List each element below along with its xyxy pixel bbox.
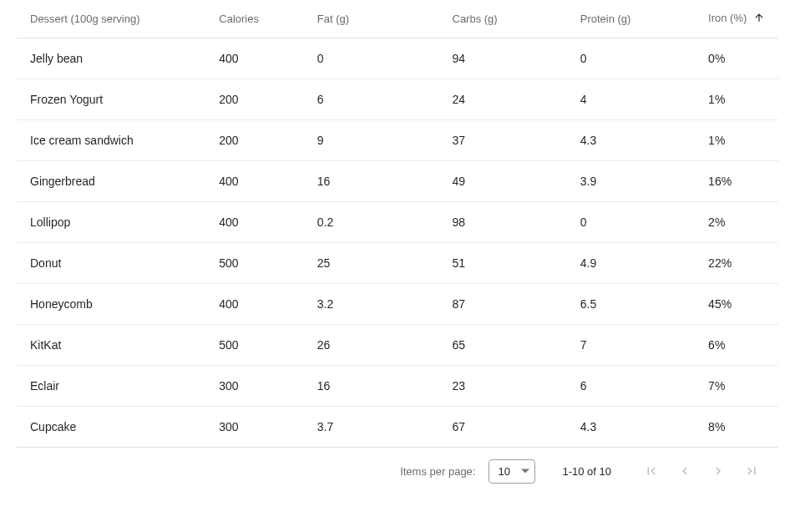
- cell-fat: 0: [304, 38, 439, 79]
- cell-fat: 16: [304, 366, 439, 407]
- col-header-iron[interactable]: Iron (%): [695, 0, 778, 38]
- cell-fat: 26: [304, 325, 439, 366]
- table-header-row: Dessert (100g serving) Calories Fat (g) …: [17, 0, 778, 38]
- cell-calories: 400: [205, 202, 304, 243]
- first-page-button[interactable]: [638, 458, 665, 484]
- col-header-dessert[interactable]: Dessert (100g serving): [17, 0, 205, 38]
- first-page-icon: [644, 464, 659, 479]
- cell-carbs: 87: [439, 284, 567, 325]
- cell-iron: 45%: [695, 284, 778, 325]
- paginator: Items per page: 10 1-10 of 10: [17, 448, 778, 494]
- cell-protein: 0: [567, 38, 695, 79]
- cell-protein: 7: [567, 325, 695, 366]
- table-row: Lollipop4000.29802%: [17, 202, 778, 243]
- cell-iron: 0%: [695, 38, 778, 79]
- cell-dessert: KitKat: [17, 325, 205, 366]
- cell-dessert: Gingerbread: [17, 161, 205, 202]
- chevron-left-icon: [677, 464, 692, 479]
- cell-carbs: 98: [439, 202, 567, 243]
- cell-calories: 500: [205, 325, 304, 366]
- caret-down-icon: [521, 469, 529, 474]
- cell-protein: 4: [567, 79, 695, 120]
- cell-protein: 4.3: [567, 120, 695, 161]
- cell-carbs: 37: [439, 120, 567, 161]
- table-row: Donut50025514.922%: [17, 243, 778, 284]
- cell-dessert: Ice cream sandwich: [17, 120, 205, 161]
- cell-fat: 0.2: [304, 202, 439, 243]
- next-page-button[interactable]: [705, 458, 732, 484]
- cell-calories: 300: [205, 366, 304, 407]
- cell-iron: 8%: [695, 407, 778, 448]
- cell-dessert: Lollipop: [17, 202, 205, 243]
- items-per-page-label: Items per page:: [400, 465, 475, 478]
- range-label: 1-10 of 10: [562, 465, 611, 478]
- table-row: KitKat500266576%: [17, 325, 778, 366]
- cell-dessert: Jelly bean: [17, 38, 205, 79]
- cell-carbs: 23: [439, 366, 567, 407]
- cell-fat: 3.7: [304, 407, 439, 448]
- table-row: Jelly bean40009400%: [17, 38, 778, 79]
- chevron-right-icon: [711, 464, 726, 479]
- table-row: Ice cream sandwich2009374.31%: [17, 120, 778, 161]
- cell-iron: 1%: [695, 120, 778, 161]
- cell-calories: 400: [205, 284, 304, 325]
- cell-iron: 22%: [695, 243, 778, 284]
- cell-protein: 4.3: [567, 407, 695, 448]
- cell-dessert: Cupcake: [17, 407, 205, 448]
- cell-calories: 400: [205, 38, 304, 79]
- table-row: Eclair300162367%: [17, 366, 778, 407]
- cell-dessert: Honeycomb: [17, 284, 205, 325]
- cell-fat: 25: [304, 243, 439, 284]
- col-header-fat[interactable]: Fat (g): [304, 0, 439, 38]
- cell-calories: 200: [205, 79, 304, 120]
- cell-fat: 16: [304, 161, 439, 202]
- table-row: Cupcake3003.7674.38%: [17, 407, 778, 448]
- cell-dessert: Eclair: [17, 366, 205, 407]
- page-size-select[interactable]: 10: [489, 459, 535, 484]
- cell-protein: 3.9: [567, 161, 695, 202]
- cell-fat: 6: [304, 79, 439, 120]
- last-page-button[interactable]: [738, 458, 765, 484]
- table-row: Frozen Yogurt20062441%: [17, 79, 778, 120]
- cell-protein: 4.9: [567, 243, 695, 284]
- cell-iron: 6%: [695, 325, 778, 366]
- data-table: Dessert (100g serving) Calories Fat (g) …: [0, 0, 795, 494]
- cell-protein: 0: [567, 202, 695, 243]
- col-header-protein[interactable]: Protein (g): [567, 0, 695, 38]
- cell-calories: 300: [205, 407, 304, 448]
- table-row: Honeycomb4003.2876.545%: [17, 284, 778, 325]
- cell-fat: 9: [304, 120, 439, 161]
- cell-carbs: 51: [439, 243, 567, 284]
- cell-calories: 500: [205, 243, 304, 284]
- cell-iron: 16%: [695, 161, 778, 202]
- arrow-up-icon: [753, 12, 765, 26]
- cell-protein: 6.5: [567, 284, 695, 325]
- cell-dessert: Donut: [17, 243, 205, 284]
- cell-iron: 1%: [695, 79, 778, 120]
- cell-carbs: 49: [439, 161, 567, 202]
- page-size-value: 10: [498, 465, 509, 478]
- cell-dessert: Frozen Yogurt: [17, 79, 205, 120]
- cell-carbs: 65: [439, 325, 567, 366]
- cell-calories: 400: [205, 161, 304, 202]
- cell-carbs: 94: [439, 38, 567, 79]
- cell-protein: 6: [567, 366, 695, 407]
- col-header-calories[interactable]: Calories: [205, 0, 304, 38]
- cell-fat: 3.2: [304, 284, 439, 325]
- cell-carbs: 24: [439, 79, 567, 120]
- col-header-carbs[interactable]: Carbs (g): [439, 0, 567, 38]
- cell-iron: 7%: [695, 366, 778, 407]
- table-row: Gingerbread40016493.916%: [17, 161, 778, 202]
- last-page-icon: [744, 464, 759, 479]
- cell-iron: 2%: [695, 202, 778, 243]
- prev-page-button[interactable]: [671, 458, 698, 484]
- cell-calories: 200: [205, 120, 304, 161]
- cell-carbs: 67: [439, 407, 567, 448]
